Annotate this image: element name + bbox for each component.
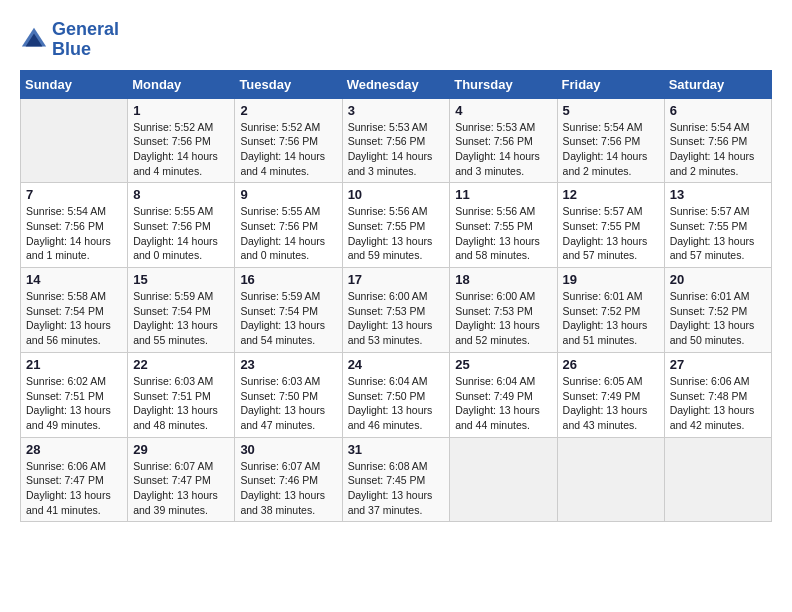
cell-info: Sunrise: 5:59 AMSunset: 7:54 PMDaylight:… <box>133 289 229 348</box>
day-number: 31 <box>348 442 445 457</box>
logo-icon <box>20 26 48 54</box>
calendar-body: 1Sunrise: 5:52 AMSunset: 7:56 PMDaylight… <box>21 98 772 522</box>
day-number: 14 <box>26 272 122 287</box>
cell-info: Sunrise: 5:53 AMSunset: 7:56 PMDaylight:… <box>455 120 551 179</box>
cell-info: Sunrise: 6:05 AMSunset: 7:49 PMDaylight:… <box>563 374 659 433</box>
weekday-row: SundayMondayTuesdayWednesdayThursdayFrid… <box>21 70 772 98</box>
calendar-cell: 15Sunrise: 5:59 AMSunset: 7:54 PMDayligh… <box>128 268 235 353</box>
calendar-cell: 6Sunrise: 5:54 AMSunset: 7:56 PMDaylight… <box>664 98 771 183</box>
day-number: 1 <box>133 103 229 118</box>
calendar-cell: 13Sunrise: 5:57 AMSunset: 7:55 PMDayligh… <box>664 183 771 268</box>
day-number: 24 <box>348 357 445 372</box>
cell-info: Sunrise: 6:01 AMSunset: 7:52 PMDaylight:… <box>670 289 766 348</box>
calendar-cell: 23Sunrise: 6:03 AMSunset: 7:50 PMDayligh… <box>235 352 342 437</box>
calendar-cell: 19Sunrise: 6:01 AMSunset: 7:52 PMDayligh… <box>557 268 664 353</box>
day-number: 11 <box>455 187 551 202</box>
calendar-cell: 25Sunrise: 6:04 AMSunset: 7:49 PMDayligh… <box>450 352 557 437</box>
cell-info: Sunrise: 6:00 AMSunset: 7:53 PMDaylight:… <box>348 289 445 348</box>
cell-info: Sunrise: 6:00 AMSunset: 7:53 PMDaylight:… <box>455 289 551 348</box>
cell-info: Sunrise: 5:54 AMSunset: 7:56 PMDaylight:… <box>26 204 122 263</box>
cell-info: Sunrise: 6:04 AMSunset: 7:50 PMDaylight:… <box>348 374 445 433</box>
cell-info: Sunrise: 5:56 AMSunset: 7:55 PMDaylight:… <box>348 204 445 263</box>
weekday-header: Thursday <box>450 70 557 98</box>
day-number: 21 <box>26 357 122 372</box>
calendar-cell: 20Sunrise: 6:01 AMSunset: 7:52 PMDayligh… <box>664 268 771 353</box>
calendar-cell <box>664 437 771 522</box>
calendar-week-row: 14Sunrise: 5:58 AMSunset: 7:54 PMDayligh… <box>21 268 772 353</box>
day-number: 19 <box>563 272 659 287</box>
day-number: 2 <box>240 103 336 118</box>
calendar-cell: 3Sunrise: 5:53 AMSunset: 7:56 PMDaylight… <box>342 98 450 183</box>
day-number: 7 <box>26 187 122 202</box>
logo: General Blue <box>20 20 119 60</box>
cell-info: Sunrise: 5:59 AMSunset: 7:54 PMDaylight:… <box>240 289 336 348</box>
day-number: 18 <box>455 272 551 287</box>
day-number: 6 <box>670 103 766 118</box>
calendar-cell: 4Sunrise: 5:53 AMSunset: 7:56 PMDaylight… <box>450 98 557 183</box>
cell-info: Sunrise: 5:53 AMSunset: 7:56 PMDaylight:… <box>348 120 445 179</box>
cell-info: Sunrise: 5:57 AMSunset: 7:55 PMDaylight:… <box>670 204 766 263</box>
day-number: 30 <box>240 442 336 457</box>
cell-info: Sunrise: 5:55 AMSunset: 7:56 PMDaylight:… <box>240 204 336 263</box>
day-number: 22 <box>133 357 229 372</box>
weekday-header: Wednesday <box>342 70 450 98</box>
day-number: 4 <box>455 103 551 118</box>
calendar-cell: 10Sunrise: 5:56 AMSunset: 7:55 PMDayligh… <box>342 183 450 268</box>
cell-info: Sunrise: 5:55 AMSunset: 7:56 PMDaylight:… <box>133 204 229 263</box>
calendar-cell: 2Sunrise: 5:52 AMSunset: 7:56 PMDaylight… <box>235 98 342 183</box>
day-number: 26 <box>563 357 659 372</box>
calendar-cell: 24Sunrise: 6:04 AMSunset: 7:50 PMDayligh… <box>342 352 450 437</box>
calendar-cell: 27Sunrise: 6:06 AMSunset: 7:48 PMDayligh… <box>664 352 771 437</box>
cell-info: Sunrise: 5:54 AMSunset: 7:56 PMDaylight:… <box>670 120 766 179</box>
day-number: 27 <box>670 357 766 372</box>
day-number: 15 <box>133 272 229 287</box>
cell-info: Sunrise: 6:04 AMSunset: 7:49 PMDaylight:… <box>455 374 551 433</box>
cell-info: Sunrise: 5:57 AMSunset: 7:55 PMDaylight:… <box>563 204 659 263</box>
cell-info: Sunrise: 5:54 AMSunset: 7:56 PMDaylight:… <box>563 120 659 179</box>
calendar-cell: 1Sunrise: 5:52 AMSunset: 7:56 PMDaylight… <box>128 98 235 183</box>
cell-info: Sunrise: 6:07 AMSunset: 7:46 PMDaylight:… <box>240 459 336 518</box>
cell-info: Sunrise: 5:52 AMSunset: 7:56 PMDaylight:… <box>133 120 229 179</box>
cell-info: Sunrise: 6:01 AMSunset: 7:52 PMDaylight:… <box>563 289 659 348</box>
day-number: 20 <box>670 272 766 287</box>
calendar-cell: 17Sunrise: 6:00 AMSunset: 7:53 PMDayligh… <box>342 268 450 353</box>
day-number: 13 <box>670 187 766 202</box>
calendar-cell: 12Sunrise: 5:57 AMSunset: 7:55 PMDayligh… <box>557 183 664 268</box>
weekday-header: Sunday <box>21 70 128 98</box>
weekday-header: Monday <box>128 70 235 98</box>
calendar-cell <box>557 437 664 522</box>
calendar-cell: 21Sunrise: 6:02 AMSunset: 7:51 PMDayligh… <box>21 352 128 437</box>
calendar-cell <box>21 98 128 183</box>
page-header: General Blue <box>20 20 772 60</box>
day-number: 12 <box>563 187 659 202</box>
cell-info: Sunrise: 6:03 AMSunset: 7:50 PMDaylight:… <box>240 374 336 433</box>
calendar-cell: 18Sunrise: 6:00 AMSunset: 7:53 PMDayligh… <box>450 268 557 353</box>
cell-info: Sunrise: 5:56 AMSunset: 7:55 PMDaylight:… <box>455 204 551 263</box>
cell-info: Sunrise: 6:02 AMSunset: 7:51 PMDaylight:… <box>26 374 122 433</box>
calendar-cell: 9Sunrise: 5:55 AMSunset: 7:56 PMDaylight… <box>235 183 342 268</box>
day-number: 9 <box>240 187 336 202</box>
day-number: 3 <box>348 103 445 118</box>
cell-info: Sunrise: 6:03 AMSunset: 7:51 PMDaylight:… <box>133 374 229 433</box>
cell-info: Sunrise: 5:52 AMSunset: 7:56 PMDaylight:… <box>240 120 336 179</box>
weekday-header: Saturday <box>664 70 771 98</box>
calendar-header: SundayMondayTuesdayWednesdayThursdayFrid… <box>21 70 772 98</box>
calendar-cell: 28Sunrise: 6:06 AMSunset: 7:47 PMDayligh… <box>21 437 128 522</box>
calendar-cell <box>450 437 557 522</box>
day-number: 10 <box>348 187 445 202</box>
calendar-week-row: 1Sunrise: 5:52 AMSunset: 7:56 PMDaylight… <box>21 98 772 183</box>
calendar-cell: 14Sunrise: 5:58 AMSunset: 7:54 PMDayligh… <box>21 268 128 353</box>
cell-info: Sunrise: 6:06 AMSunset: 7:47 PMDaylight:… <box>26 459 122 518</box>
calendar-cell: 8Sunrise: 5:55 AMSunset: 7:56 PMDaylight… <box>128 183 235 268</box>
weekday-header: Friday <box>557 70 664 98</box>
calendar-cell: 26Sunrise: 6:05 AMSunset: 7:49 PMDayligh… <box>557 352 664 437</box>
day-number: 5 <box>563 103 659 118</box>
day-number: 16 <box>240 272 336 287</box>
logo-text: General Blue <box>52 20 119 60</box>
cell-info: Sunrise: 6:06 AMSunset: 7:48 PMDaylight:… <box>670 374 766 433</box>
cell-info: Sunrise: 6:07 AMSunset: 7:47 PMDaylight:… <box>133 459 229 518</box>
calendar-cell: 29Sunrise: 6:07 AMSunset: 7:47 PMDayligh… <box>128 437 235 522</box>
calendar-cell: 5Sunrise: 5:54 AMSunset: 7:56 PMDaylight… <box>557 98 664 183</box>
cell-info: Sunrise: 6:08 AMSunset: 7:45 PMDaylight:… <box>348 459 445 518</box>
calendar-week-row: 21Sunrise: 6:02 AMSunset: 7:51 PMDayligh… <box>21 352 772 437</box>
